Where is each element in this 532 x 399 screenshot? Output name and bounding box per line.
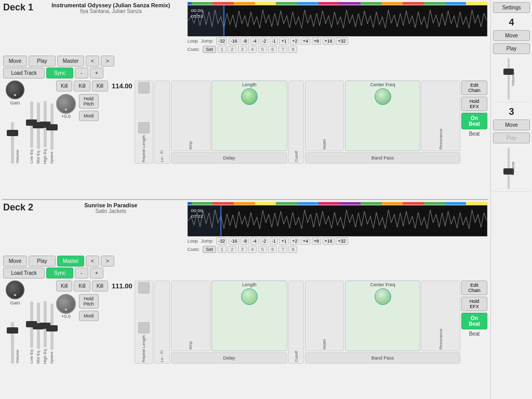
deck1-on-beat-btn[interactable]: On Beat (461, 113, 487, 129)
deck1-plus-btn[interactable]: + (90, 68, 103, 78)
deck2-cue-btn-1[interactable]: 1 (218, 246, 227, 253)
deck2-kill1-btn[interactable]: Kill (56, 281, 72, 291)
deck1-kill3-btn[interactable]: Kill (92, 81, 108, 91)
deck2-jump-btn--1[interactable]: -1 (270, 237, 278, 245)
deck2-edit-chain-btn[interactable]: Edit Chain (461, 281, 487, 295)
deck2-cue-btn-3[interactable]: 3 (238, 246, 247, 253)
deck1-kill2-btn[interactable]: Kill (74, 81, 90, 91)
deck2-jump-btn-+32[interactable]: +32 (336, 237, 348, 245)
deck1-jump-btn-+32[interactable]: +32 (336, 37, 348, 45)
deck1-jump-btn--1[interactable]: -1 (270, 37, 278, 45)
deck1-jump-btn--16[interactable]: -16 (229, 37, 240, 45)
deck2-modi-btn[interactable]: Modi (79, 311, 99, 321)
deck1-kill1-btn[interactable]: Kill (56, 81, 72, 91)
deck1-jump-btn-+8[interactable]: +8 (312, 37, 321, 45)
deck1-jump-btn--2[interactable]: -2 (260, 37, 268, 45)
deck2-pitch-knob[interactable] (56, 294, 76, 314)
deck1-length-knob[interactable] (241, 88, 258, 105)
deck2-kill2-btn[interactable]: Kill (74, 281, 90, 291)
deck2-jump-btn-+16[interactable]: +16 (323, 237, 335, 245)
deck1-cue-btn-4[interactable]: 4 (248, 46, 257, 53)
deck2-jump-btn-+1[interactable]: +1 (279, 237, 288, 245)
sidebar-deck3-move-btn[interactable]: Move (493, 119, 530, 130)
deck2-cue-btn-4[interactable]: 4 (248, 246, 257, 253)
deck1-pitch-knob[interactable] (56, 94, 76, 114)
deck2-cue-btn-5[interactable]: 5 (258, 246, 267, 253)
deck2-jump-btn-+2[interactable]: +2 (290, 237, 299, 245)
deck1-hold-efx-btn[interactable]: Hold EFX (461, 97, 487, 111)
deck2-length-knob[interactable] (241, 288, 258, 305)
deck2-jump-btn-+8[interactable]: +8 (312, 237, 321, 245)
deck1-waveform[interactable]: // Generate waveform visually via inline… (188, 5, 487, 36)
deck1-sync-btn[interactable]: Sync (46, 68, 73, 78)
sidebar-deck4-move-btn[interactable]: Move (493, 30, 530, 41)
deck1-cue-btn-7[interactable]: 7 (278, 46, 287, 53)
deck1-edit-chain-btn[interactable]: Edit Chain (461, 81, 487, 95)
deck2-cue-btn-8[interactable]: 8 (288, 246, 297, 253)
deck1-cue-btn-6[interactable]: 6 (268, 46, 277, 53)
deck1-jump-btn-+4[interactable]: +4 (301, 37, 310, 45)
deck2-jump-btn--4[interactable]: -4 (250, 237, 259, 245)
deck2-next-btn[interactable]: > (101, 256, 114, 267)
deck1-next-btn[interactable]: > (101, 56, 114, 66)
deck2-kill3-btn[interactable]: Kill (92, 281, 108, 291)
deck2-cue-btn-7[interactable]: 7 (278, 246, 287, 253)
deck2-cue-set-btn[interactable]: Set (203, 246, 216, 253)
deck2-gain-knob[interactable] (6, 281, 24, 299)
deck1-jump-btn--4[interactable]: -4 (250, 37, 259, 45)
sidebar-deck3-label: 3 (509, 107, 514, 117)
settings-btn[interactable]: Settings (493, 2, 530, 13)
deck2-volume-fader[interactable] (11, 322, 14, 364)
deck1-master-btn[interactable]: Master (57, 56, 84, 66)
deck2-cue-btn-6[interactable]: 6 (268, 246, 277, 253)
deck2-center-freq-knob[interactable] (375, 288, 391, 305)
deck2-move-btn[interactable]: Move (3, 256, 27, 267)
deck1-jump-btn--8[interactable]: -8 (241, 37, 249, 45)
deck2-waveform[interactable]: 00:00 07:22 (188, 205, 487, 236)
deck1-center-freq-knob[interactable] (375, 88, 391, 105)
deck2-load-track-btn[interactable]: Load Track (3, 268, 45, 278)
deck1-cue-btn-8[interactable]: 8 (288, 46, 297, 53)
deck2-jump-btn--2[interactable]: -2 (260, 237, 268, 245)
deck2-sync-btn[interactable]: Sync (46, 268, 73, 278)
deck2-prev-btn[interactable]: < (86, 256, 99, 267)
sidebar-deck3-play-btn[interactable]: Play (493, 132, 530, 143)
deck1-move-btn[interactable]: Move (3, 56, 27, 66)
sidebar-deck3-volume-fader[interactable] (508, 148, 510, 189)
deck1-play-btn[interactable]: Play (29, 56, 56, 66)
deck1-cue-btn-1[interactable]: 1 (218, 46, 227, 53)
deck1-jump-btn--32[interactable]: -32 (216, 37, 227, 45)
deck1-cue-btn-5[interactable]: 5 (258, 46, 267, 53)
deck1-load-track-btn[interactable]: Load Track (3, 68, 45, 78)
deck2-master-btn[interactable]: Master (57, 256, 84, 267)
deck2-jump-btn-+4[interactable]: +4 (301, 237, 310, 245)
deck1-cue-btn-2[interactable]: 2 (228, 46, 236, 53)
sidebar-deck4-volume-fader[interactable] (508, 58, 510, 100)
deck1-jump-btn-+2[interactable]: +2 (290, 37, 299, 45)
deck1-speed-fader[interactable] (50, 103, 54, 150)
deck1-jump-label: Jump: (201, 38, 214, 44)
deck1-minus-btn[interactable]: - (75, 68, 88, 78)
deck2-jump-btn--8[interactable]: -8 (241, 237, 249, 245)
deck1-modi-btn[interactable]: Modi (79, 111, 99, 121)
deck1-cue-btn-3[interactable]: 3 (238, 46, 247, 53)
deck2-speed-fader[interactable] (50, 303, 54, 350)
deck1-gain-knob[interactable] (6, 81, 24, 99)
deck2-plus-btn[interactable]: + (90, 268, 103, 278)
deck2-hold-efx-btn[interactable]: Hold EFX (461, 297, 487, 311)
sidebar-deck4-play-btn[interactable]: Play (493, 43, 530, 54)
deck1-jump-btn-+1[interactable]: +1 (279, 37, 288, 45)
deck2-hold-pitch-btn[interactable]: Hold Pitch (79, 294, 99, 309)
deck1-prev-btn[interactable]: < (86, 56, 99, 66)
deck1-jump-btn-+16[interactable]: +16 (323, 37, 335, 45)
deck1-volume-fader[interactable] (11, 122, 14, 164)
deck1-cue-set-btn[interactable]: Set (203, 46, 216, 53)
deck2-jump-btn--16[interactable]: -16 (229, 237, 240, 245)
deck1-hold-pitch-btn[interactable]: Hold Pitch (79, 94, 99, 109)
deck2-play-btn[interactable]: Play (29, 256, 56, 267)
deck2-cue-btn-2[interactable]: 2 (228, 246, 236, 253)
deck2-on-beat-btn[interactable]: On Beat (461, 313, 487, 329)
deck2-minus-btn[interactable]: - (75, 268, 88, 278)
deck2-high-eq-fader[interactable] (44, 301, 47, 348)
deck2-jump-btn--32[interactable]: -32 (216, 237, 227, 245)
